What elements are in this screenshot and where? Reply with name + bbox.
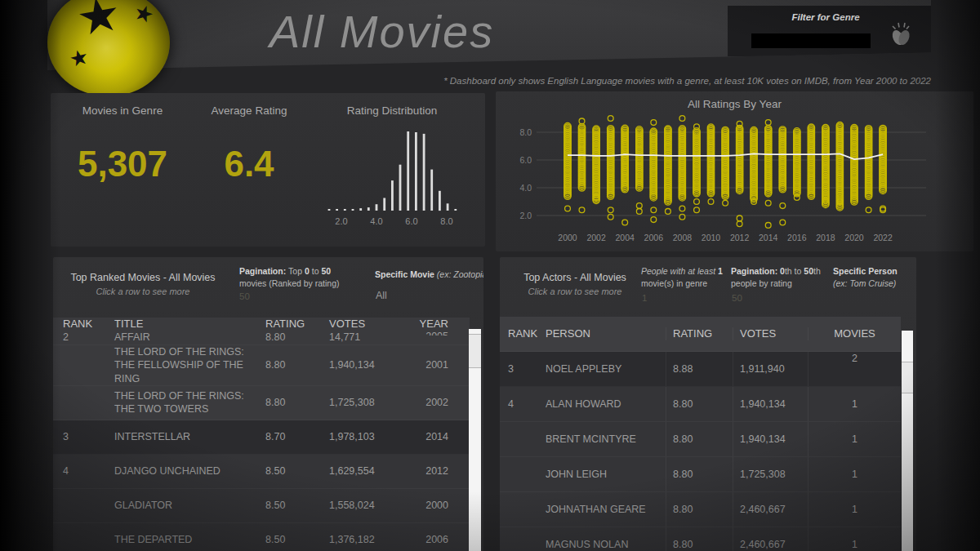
cell-votes: 2,460,667 bbox=[733, 492, 808, 527]
cell-rank: 4 bbox=[53, 455, 114, 488]
actors-table-subtitle: Click a row to see more bbox=[508, 287, 642, 296]
cell-rank bbox=[500, 422, 539, 456]
svg-text:2016: 2016 bbox=[787, 233, 807, 242]
dashboard: All Movies Filter for Genre i ★ ★ ★ * Da… bbox=[0, 0, 980, 551]
top-movies-panel: Top Ranked Movies - All Movies Click a r… bbox=[53, 257, 483, 551]
table-row[interactable]: 4ALAN HOWARD8.801,940,1341 bbox=[500, 387, 901, 422]
info-icon: i bbox=[948, 22, 953, 40]
cell-person: ALAN HOWARD bbox=[539, 387, 666, 421]
cell-rank bbox=[53, 523, 114, 551]
scrollbar-thumb[interactable] bbox=[902, 362, 913, 393]
actors-pagination-label: Pagination: 0th to 50th people by rating bbox=[731, 265, 827, 290]
filter-for-genre-label: Filter for Genre bbox=[744, 12, 907, 22]
table-row[interactable]: GLADIATOR8.501,558,0242000 bbox=[53, 489, 470, 523]
actors-table-scrollbar[interactable] bbox=[902, 331, 913, 551]
cell-votes: 1,629,554 bbox=[329, 455, 411, 488]
cell-rank bbox=[53, 386, 114, 420]
genre-filter-box: Filter for Genre i bbox=[728, 6, 975, 56]
cell-title: GLADIATOR bbox=[114, 489, 265, 522]
svg-text:4.0: 4.0 bbox=[370, 216, 382, 226]
min-movies-value[interactable]: 1 bbox=[642, 293, 647, 303]
top-actors-table: RANKPERSONRATINGVOTESMOVIES3NOEL APPLEBY… bbox=[500, 317, 901, 551]
cell-year: 2006 bbox=[411, 523, 470, 551]
svg-text:2004: 2004 bbox=[616, 233, 635, 242]
cell-rank: 3 bbox=[500, 352, 539, 386]
cell-movies: 1 bbox=[808, 422, 901, 456]
cell-rating: 8.80 bbox=[265, 386, 329, 420]
cell-votes: 1,978,103 bbox=[329, 420, 411, 454]
cell-votes: 2,460,667 bbox=[733, 527, 808, 551]
cell-rating: 8.80 bbox=[666, 457, 733, 491]
table-row[interactable]: JOHN LEIGH8.801,725,3081 bbox=[500, 457, 901, 492]
table-row[interactable]: BRENT MCINTYRE8.801,940,1341 bbox=[500, 422, 901, 457]
cell-title: THE DEPARTED bbox=[114, 523, 265, 551]
table-row[interactable]: 3NOEL APPLEBY8.881,911,9402 bbox=[500, 352, 901, 387]
svg-text:8.0: 8.0 bbox=[519, 127, 532, 137]
svg-text:2020: 2020 bbox=[844, 233, 864, 242]
cell-rating: 8.80 bbox=[265, 345, 329, 385]
cell-rank: 4 bbox=[500, 387, 539, 421]
svg-text:2000: 2000 bbox=[558, 233, 577, 242]
svg-text:6.0: 6.0 bbox=[405, 216, 417, 226]
rating-distribution-histogram: 2.04.06.08.0 bbox=[51, 93, 485, 247]
cell-person: JOHN LEIGH bbox=[539, 457, 666, 491]
table-header-row: RANKTITLERATINGVOTESYEAR bbox=[53, 318, 470, 331]
cell-person: MAGNUS NOLAN bbox=[539, 527, 666, 551]
column-header: RANK bbox=[500, 327, 539, 341]
cell-title: THE LORD OF THE RINGS: THE FELLOWSHIP OF… bbox=[114, 345, 265, 385]
table-row[interactable]: 3INTERSTELLAR8.701,978,1032014 bbox=[53, 420, 470, 455]
table-row[interactable]: THE LORD OF THE RINGS: THE TWO TOWERS8.8… bbox=[53, 386, 470, 420]
column-header: RATING bbox=[265, 318, 329, 331]
cell-rating: 8.80 bbox=[666, 527, 733, 551]
table-row[interactable]: JOHNATHAN GEARE8.802,460,6671 bbox=[500, 492, 901, 527]
cell-rank bbox=[500, 457, 539, 491]
cell-votes: 1,558,024 bbox=[329, 489, 411, 522]
min-movies-label: People with at least 1 movie(s) in genre bbox=[641, 265, 729, 290]
column-header: RANK bbox=[53, 318, 114, 331]
cell-votes: 1,940,134 bbox=[733, 422, 808, 456]
cell-rating: 8.50 bbox=[265, 489, 329, 522]
movies-pagination-value[interactable]: 50 bbox=[239, 291, 250, 301]
actors-pagination-value[interactable]: 50 bbox=[732, 293, 742, 303]
info-button[interactable]: i bbox=[937, 17, 964, 45]
table-header-row: RANKPERSONRATINGVOTESMOVIES bbox=[500, 317, 901, 352]
svg-text:6.0: 6.0 bbox=[519, 155, 532, 165]
page-title: All Movies bbox=[270, 5, 494, 58]
movies-table-scrollbar[interactable] bbox=[469, 329, 481, 551]
table-row[interactable]: THE LORD OF THE RINGS: THE FELLOWSHIP OF… bbox=[53, 345, 470, 386]
cell-rating: 8.88 bbox=[666, 352, 733, 386]
cell-rating: 8.80 bbox=[666, 387, 733, 421]
cell-title: INTERSTELLAR bbox=[114, 420, 265, 454]
table-row[interactable]: 4DJANGO UNCHAINED8.501,629,5542012 bbox=[53, 455, 470, 489]
svg-text:2.0: 2.0 bbox=[519, 211, 532, 220]
genre-filter-input[interactable] bbox=[751, 33, 871, 48]
cell-rank: 3 bbox=[53, 420, 114, 454]
star-icon: ★ bbox=[73, 0, 124, 44]
cell-rating: 8.80 bbox=[265, 331, 329, 344]
svg-text:8.0: 8.0 bbox=[440, 216, 452, 226]
cell-rating: 8.70 bbox=[265, 420, 329, 454]
column-header: YEAR bbox=[411, 318, 470, 331]
table-row[interactable]: THE DEPARTED8.501,376,1822006 bbox=[53, 523, 470, 551]
table-row[interactable]: 2AFFAIR8.8014,7712005 bbox=[53, 331, 470, 345]
cell-movies: 1 bbox=[808, 457, 901, 491]
svg-text:4.0: 4.0 bbox=[519, 183, 532, 193]
cell-votes: 14,771 bbox=[329, 331, 411, 344]
cell-votes: 1,725,308 bbox=[329, 386, 411, 420]
cell-movies: 1 bbox=[808, 387, 901, 421]
cell-votes: 1,911,940 bbox=[733, 352, 808, 386]
specific-movie-value[interactable]: All bbox=[376, 290, 387, 301]
table-row[interactable]: MAGNUS NOLAN8.802,460,6671 bbox=[500, 527, 901, 551]
specific-person-label: Specific Person (ex: Tom Cruise) bbox=[833, 265, 915, 290]
cell-votes: 1,725,308 bbox=[733, 457, 808, 491]
scrollbar-thumb[interactable] bbox=[469, 334, 481, 368]
top-movies-table: RANKTITLERATINGVOTESYEAR2AFFAIR8.8014,77… bbox=[53, 318, 470, 551]
movies-table-title: Top Ranked Movies - All Movies bbox=[61, 272, 225, 283]
cell-rating: 8.50 bbox=[265, 523, 329, 551]
cell-rank bbox=[53, 489, 114, 522]
specific-movie-label: Specific Movie (ex: Zootopia).. bbox=[375, 269, 483, 281]
star-icon: ★ bbox=[131, 1, 156, 28]
cell-year: 2002 bbox=[411, 386, 470, 420]
column-header: VOTES bbox=[329, 318, 411, 331]
cell-rating: 8.80 bbox=[666, 422, 733, 456]
